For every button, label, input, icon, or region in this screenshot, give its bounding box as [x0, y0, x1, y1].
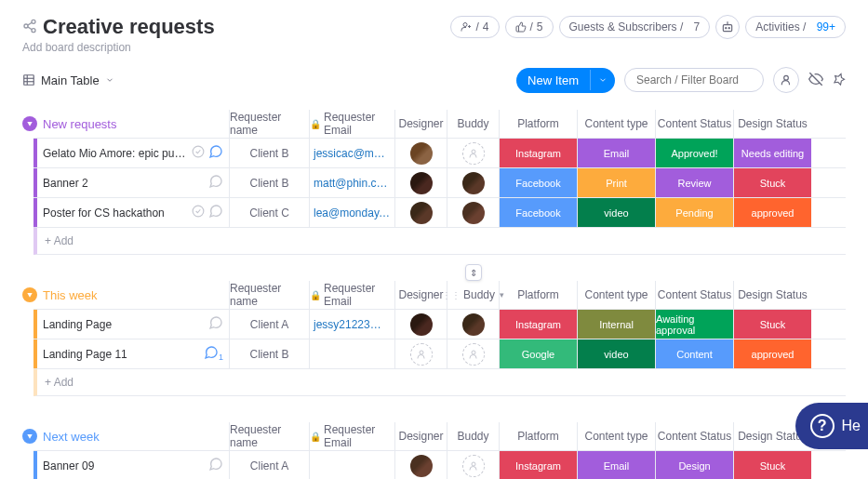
table-row[interactable]: Landing PageClient Ajessy21223@work…Inst… — [33, 309, 846, 339]
table-row[interactable]: Landing Page 111Client BGooglevideoConte… — [33, 339, 846, 368]
group-title[interactable]: This week — [43, 288, 229, 302]
user-avatar[interactable] — [410, 455, 433, 477]
column-header-requester-email[interactable]: 🔒Requester Email — [309, 422, 394, 450]
content-type-cell[interactable]: Email — [577, 139, 655, 167]
column-header-platform[interactable]: Platform — [499, 110, 577, 138]
updates-icon[interactable] — [208, 174, 223, 192]
content-type-cell[interactable]: video — [577, 198, 655, 227]
column-header-requester-email[interactable]: 🔒Requester Email — [309, 110, 394, 138]
board-description[interactable]: Add board description — [22, 41, 215, 54]
content-status-cell[interactable]: Pending — [655, 198, 733, 227]
add-item-row[interactable]: + Add — [33, 227, 846, 255]
content-type-cell[interactable]: video — [577, 339, 655, 368]
empty-avatar[interactable] — [462, 142, 485, 165]
column-header-requester-name[interactable]: Requester name — [229, 110, 309, 138]
platform-cell[interactable]: Instagram — [499, 310, 577, 339]
column-header-requester-name[interactable]: Requester name — [229, 281, 309, 309]
item-name-cell[interactable]: Banner 2 — [33, 168, 229, 197]
updates-icon[interactable] — [208, 457, 223, 474]
designer-cell[interactable] — [394, 451, 447, 479]
platform-cell[interactable]: Facebook — [499, 168, 577, 197]
designer-cell[interactable] — [394, 339, 447, 368]
requester-email-cell[interactable]: jessicac@monday… — [309, 139, 394, 167]
item-name-cell[interactable]: Banner 09 — [33, 451, 229, 479]
help-button[interactable]: ? He — [795, 403, 868, 449]
requester-email-cell[interactable]: lea@monday.com — [309, 198, 394, 227]
user-avatar[interactable] — [462, 313, 485, 336]
buddy-cell[interactable] — [447, 339, 499, 368]
column-header-buddy[interactable]: ⇕⋮⋮Buddy▾ — [447, 281, 499, 309]
group-title[interactable]: New requests — [43, 117, 229, 131]
content-status-cell[interactable]: Review — [655, 168, 733, 197]
design-status-cell[interactable]: Stuck — [733, 168, 811, 197]
view-selector[interactable]: Main Table — [22, 73, 114, 87]
platform-cell[interactable]: Google — [499, 339, 577, 368]
sort-icon[interactable]: ⇕ — [465, 264, 482, 281]
content-status-cell[interactable]: Awaiting approval — [655, 310, 733, 339]
empty-avatar[interactable] — [462, 455, 485, 477]
person-filter-button[interactable] — [773, 67, 799, 93]
collapse-icon[interactable] — [22, 116, 37, 131]
guests-pill[interactable]: Guests & Subscribers / 7 — [559, 16, 711, 38]
empty-avatar[interactable] — [462, 343, 485, 366]
user-avatar[interactable] — [410, 142, 433, 165]
item-name-cell[interactable]: Landing Page 111 — [33, 339, 229, 368]
designer-cell[interactable] — [394, 139, 447, 167]
buddy-cell[interactable] — [447, 310, 499, 339]
search-input[interactable] — [624, 68, 764, 92]
requester-email-cell[interactable] — [309, 451, 394, 479]
column-header-requester-name[interactable]: Requester name — [229, 422, 309, 450]
design-status-cell[interactable]: approved — [733, 198, 811, 227]
column-header-designer[interactable]: Designer — [394, 281, 447, 309]
new-item-dropdown[interactable] — [590, 70, 615, 90]
table-row[interactable]: Poster for CS hackathonClient Clea@monda… — [33, 197, 846, 227]
requester-email-cell[interactable]: matt@phin.com — [309, 168, 394, 197]
design-status-cell[interactable]: approved — [733, 339, 811, 368]
updates-icon[interactable] — [208, 315, 223, 333]
column-header-platform[interactable]: Platform — [499, 281, 577, 309]
requester-name-cell[interactable]: Client A — [229, 310, 309, 339]
updates-icon[interactable]: 1 — [204, 345, 223, 363]
updates-icon[interactable] — [208, 144, 223, 162]
add-item-row[interactable]: + Add — [33, 368, 846, 396]
share-icon[interactable] — [22, 19, 37, 36]
platform-cell[interactable]: Facebook — [499, 198, 577, 227]
requester-email-cell[interactable]: jessy21223@work… — [309, 310, 394, 339]
buddy-cell[interactable] — [447, 139, 499, 167]
hide-columns-button[interactable] — [808, 72, 823, 89]
buddy-cell[interactable] — [447, 451, 499, 479]
column-header-design-status[interactable]: Design Status — [733, 110, 811, 138]
requester-name-cell[interactable]: Client C — [229, 198, 309, 227]
column-header-requester-email[interactable]: 🔒Requester Email — [309, 281, 394, 309]
platform-cell[interactable]: Instagram — [499, 451, 577, 479]
new-item-button[interactable]: New Item — [516, 68, 615, 93]
requester-name-cell[interactable]: Client B — [229, 139, 309, 167]
column-header-content-status[interactable]: Content Status — [655, 281, 733, 309]
item-name-cell[interactable]: Landing Page — [33, 310, 229, 339]
table-row[interactable]: Banner 09Client AInstagramEmailDesignStu… — [33, 450, 846, 479]
table-row[interactable]: Banner 2Client Bmatt@phin.comFacebookPri… — [33, 167, 846, 197]
activities-pill[interactable]: Activities / 99+ — [745, 16, 846, 38]
content-status-cell[interactable]: Approved! — [655, 139, 733, 167]
designer-cell[interactable] — [394, 168, 447, 197]
column-header-content-type[interactable]: Content type — [577, 281, 655, 309]
automations-button[interactable] — [715, 15, 740, 39]
requester-name-cell[interactable]: Client B — [229, 168, 309, 197]
designer-cell[interactable] — [394, 310, 447, 339]
column-header-design-status[interactable]: Design Status — [733, 281, 811, 309]
requester-name-cell[interactable]: Client A — [229, 451, 309, 479]
design-status-cell[interactable]: Needs editing — [733, 139, 811, 167]
item-name-cell[interactable]: Gelato Mio Amore: epic pursuit of t… — [33, 139, 229, 167]
content-status-cell[interactable]: Design — [655, 451, 733, 479]
collapse-icon[interactable] — [22, 429, 37, 444]
content-type-cell[interactable]: Print — [577, 168, 655, 197]
requester-name-cell[interactable]: Client B — [229, 339, 309, 368]
updates-icon[interactable] — [208, 204, 223, 221]
platform-cell[interactable]: Instagram — [499, 139, 577, 167]
content-type-cell[interactable]: Email — [577, 451, 655, 479]
column-header-content-type[interactable]: Content type — [577, 110, 655, 138]
user-avatar[interactable] — [462, 202, 485, 224]
table-row[interactable]: Gelato Mio Amore: epic pursuit of t…Clie… — [33, 138, 846, 167]
collapse-icon[interactable] — [22, 287, 37, 302]
user-avatar[interactable] — [410, 202, 433, 224]
